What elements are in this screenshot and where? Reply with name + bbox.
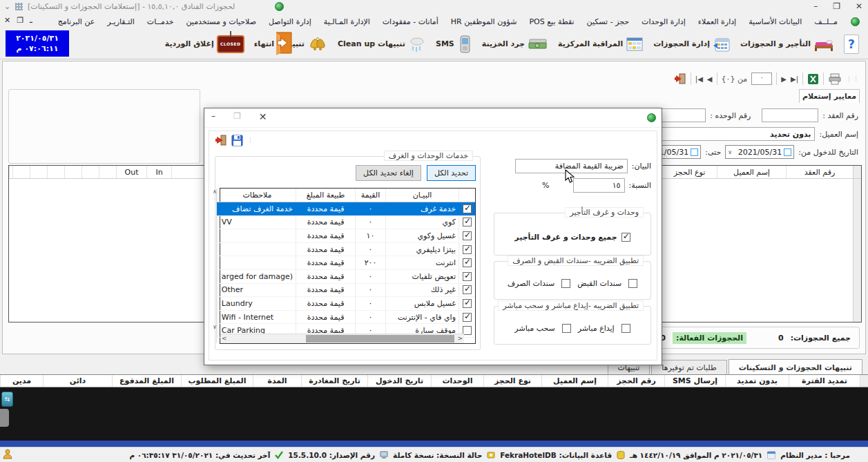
- hscroll-thumb[interactable]: [306, 335, 454, 343]
- row-checkbox[interactable]: [463, 313, 472, 322]
- row-checkbox[interactable]: [463, 231, 472, 240]
- menu-hr[interactable]: شؤون الموظفين HR: [445, 15, 523, 28]
- row-checkbox[interactable]: [463, 258, 472, 267]
- service-row[interactable]: بيتزا ديليفري ٠ قيمة محددة: [217, 243, 475, 257]
- menu-communication[interactable]: إدارة التواصل: [262, 15, 318, 28]
- maximize-button[interactable]: ❐: [833, 1, 840, 11]
- treasury-count-button[interactable]: جرد الخزينة: [477, 30, 553, 58]
- col-units[interactable]: الوحدات: [431, 375, 483, 387]
- deselect-all-button[interactable]: إلغاء تحديد الكل: [356, 165, 421, 181]
- col-checkin-date[interactable]: تاريخ الدخول: [367, 375, 431, 387]
- grid-handle-icon[interactable]: [15, 3, 23, 10]
- rate-input[interactable]: ١٥: [573, 178, 625, 193]
- col-contract-number[interactable]: رقم العقد: [786, 166, 853, 178]
- menu-file[interactable]: مــلــف: [808, 15, 844, 28]
- dialog-minimize-button[interactable]: –: [211, 111, 215, 122]
- dialog-maximize-button[interactable]: ❐: [233, 111, 241, 122]
- menu-services[interactable]: خدمــات: [141, 15, 180, 28]
- date-from-combo[interactable]: 2021/05/31 ∨: [725, 145, 794, 159]
- minimize-button[interactable]: –: [813, 1, 818, 11]
- close-button[interactable]: ✕: [856, 1, 862, 11]
- menu-finance[interactable]: الإدارة المـالـية: [318, 15, 376, 28]
- mdi-minimize-button[interactable]: ـ: [30, 16, 32, 25]
- exit-button[interactable]: [271, 30, 294, 57]
- tab-fulfilled-requests[interactable]: طلبات تم توفيرها: [651, 360, 726, 374]
- service-row[interactable]: تعويض تلفيات ٠ قيمة محددة arged for dama…: [217, 270, 475, 284]
- menu-about[interactable]: عن البرنامج: [52, 15, 102, 28]
- col-checkout-date[interactable]: تاريخ المغادرة: [301, 375, 367, 387]
- cleanup-alerts-button[interactable]: تنبيهات Clean up: [333, 30, 431, 58]
- rent-bookings-button[interactable]: التأجير و الحجوزات: [735, 30, 839, 58]
- date-to-checkbox[interactable]: [691, 148, 698, 156]
- menu-permissions[interactable]: صلاحيات و مستخدمين: [180, 15, 262, 28]
- col-in[interactable]: In: [146, 166, 171, 178]
- payment-vouchers-checkbox[interactable]: [561, 279, 570, 288]
- col-no-extend[interactable]: بدون تمديد: [725, 375, 789, 387]
- col-client[interactable]: إسم العميل: [541, 375, 608, 387]
- save-icon[interactable]: [231, 135, 243, 146]
- dialog-exit-icon[interactable]: [215, 134, 227, 146]
- col-amount-due[interactable]: المبلغ المطلوب: [181, 375, 253, 387]
- service-row[interactable]: غير ذلك ٠ قيمة محددة Other: [217, 284, 475, 298]
- select-all-button[interactable]: تحديد الكل: [427, 165, 476, 181]
- central-monitor-button[interactable]: المراقبة المركزية: [553, 30, 648, 58]
- row-checkbox[interactable]: [463, 299, 472, 308]
- sms-button[interactable]: SMS: [431, 30, 477, 58]
- col-booking-number[interactable]: رقم الحجز: [608, 375, 664, 387]
- row-checkbox[interactable]: [463, 245, 472, 254]
- chevron-down-icon[interactable]: ⌄: [4, 2, 10, 11]
- print-icon[interactable]: [828, 73, 842, 85]
- col-booking-type[interactable]: نوع الحجز: [662, 166, 717, 178]
- service-row[interactable]: غسيل ملابس ٠ قيمة محددة Laundry: [217, 297, 475, 311]
- direct-deposit-checkbox[interactable]: [621, 324, 630, 333]
- col-client-name[interactable]: إسم العميل: [717, 166, 786, 178]
- menu-clients[interactable]: إدارة العملاء: [692, 15, 742, 28]
- nav-first-icon[interactable]: |◀: [695, 75, 703, 83]
- tab-booking-alerts[interactable]: تنبيهات الحجوزات و التسكينات: [729, 359, 862, 374]
- all-units-checkbox[interactable]: [621, 233, 630, 242]
- collapse-panel-icon[interactable]: ⇆: [1, 392, 13, 407]
- menu-booking[interactable]: حجز - تسكين: [581, 15, 636, 28]
- row-checkbox[interactable]: [463, 285, 472, 294]
- row-checkbox[interactable]: [463, 218, 472, 227]
- contract-number-input[interactable]: [762, 108, 818, 122]
- row-checkbox[interactable]: [463, 204, 472, 213]
- excel-export-icon[interactable]: [807, 73, 819, 85]
- header-type[interactable]: طبيعة المبلغ: [296, 189, 355, 202]
- menu-pos[interactable]: نقطة بيع POS: [523, 15, 580, 28]
- services-vscrollbar[interactable]: ∧ ∨: [216, 189, 217, 343]
- direct-withdraw-checkbox[interactable]: [562, 324, 571, 333]
- header-note[interactable]: ملاحظات: [217, 189, 296, 202]
- exit-small-icon[interactable]: [674, 73, 686, 85]
- scroll-right-icon[interactable]: >: [457, 335, 463, 342]
- close-shift-button[interactable]: CLOSED إغلاق الوردية: [160, 30, 249, 58]
- service-row[interactable]: واي فاي - الإنترنت ٠ قيمة محددة Wifi - I…: [217, 311, 475, 325]
- header-value[interactable]: القيمة: [355, 189, 385, 202]
- menu-basic-data[interactable]: البيانات الأساسية: [742, 15, 808, 28]
- col-out[interactable]: Out: [116, 166, 146, 178]
- receipt-vouchers-checkbox[interactable]: [628, 279, 637, 288]
- col-extend-period[interactable]: تمديد الفترة: [789, 375, 860, 387]
- scroll-left-icon[interactable]: <: [222, 335, 227, 342]
- row-checkbox[interactable]: [463, 272, 472, 281]
- service-row[interactable]: انترنت ٢٠٠ قيمة محددة: [217, 256, 475, 270]
- dialog-close-button[interactable]: ✕: [259, 111, 267, 122]
- col-duration[interactable]: المدة: [253, 375, 301, 387]
- service-row[interactable]: خدمة غرف ٠ قيمة محددة خدمة الغرف تضاف: [217, 202, 475, 216]
- nav-next-icon[interactable]: ▶: [781, 75, 787, 83]
- menu-lost-found[interactable]: أمانات - مفقودات: [376, 15, 445, 28]
- service-row[interactable]: غسيل وكوي ١٠ قيمة محددة: [217, 229, 475, 243]
- nav-prev-icon[interactable]: ◀: [707, 75, 713, 83]
- col-type[interactable]: نوع الحجز: [483, 375, 541, 387]
- manage-bookings-button[interactable]: إدارة الحجوزات: [648, 30, 735, 58]
- services-hscrollbar[interactable]: < >: [220, 334, 464, 343]
- service-row[interactable]: كوي ٠ قيمة محددة VV: [217, 216, 475, 230]
- nav-last-icon[interactable]: ▶|: [791, 75, 798, 83]
- help-button[interactable]: ?: [839, 30, 864, 58]
- menu-units[interactable]: إدارة الوحدات: [635, 15, 692, 28]
- col-debit[interactable]: مدين: [0, 375, 43, 387]
- date-from-checkbox[interactable]: [784, 148, 791, 156]
- menu-reports[interactable]: التـقاريـر: [101, 15, 141, 28]
- header-name[interactable]: البيـان: [385, 189, 459, 202]
- col-amount-paid[interactable]: المبلغ المدفوع: [112, 375, 181, 387]
